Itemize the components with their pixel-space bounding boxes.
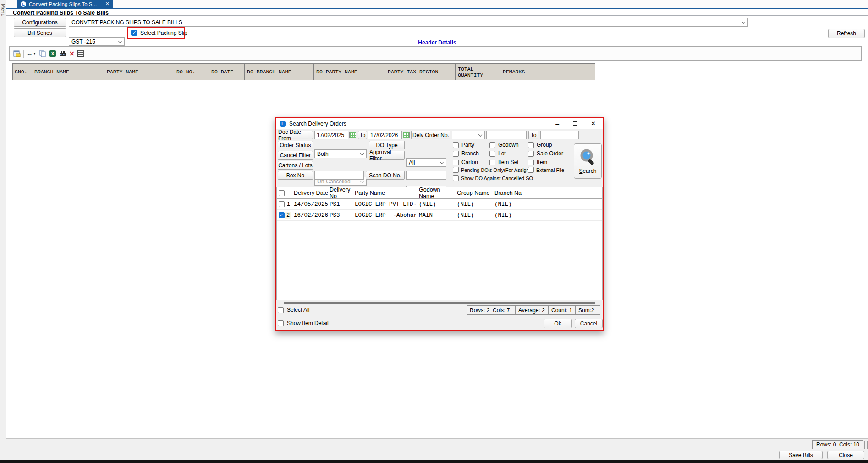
col-header-remarks[interactable]: REMARKS xyxy=(500,64,595,80)
doc-date-from-input[interactable]: 17/02/2025 xyxy=(314,131,348,139)
menu-strip[interactable]: Menu xyxy=(0,0,6,460)
col-header-do-no[interactable]: DO NO. xyxy=(174,64,209,80)
col-header-do-date[interactable]: DO DATE xyxy=(209,64,245,80)
group-checkbox[interactable] xyxy=(528,142,534,148)
grid-col-party-name[interactable]: Party Name xyxy=(355,190,419,196)
cartons-lots-label[interactable]: Cartons / Lots xyxy=(278,161,313,170)
item-checkbox[interactable] xyxy=(528,160,534,165)
box-no-label[interactable]: Box No xyxy=(278,171,313,180)
show-item-detail-checkbox[interactable] xyxy=(278,320,284,326)
box-no-input[interactable] xyxy=(314,171,364,180)
godown-checkbox-row[interactable]: Godown xyxy=(489,142,519,148)
item-set-checkbox[interactable] xyxy=(489,160,495,165)
show-cancelled-so-checkbox[interactable] xyxy=(453,175,459,181)
export-notes-icon[interactable] xyxy=(13,50,21,57)
approval-filter-label[interactable]: Approval Filter xyxy=(369,151,405,160)
show-cancelled-so-checkbox-row[interactable]: Show DO Against Cancelled SO xyxy=(453,175,533,181)
external-file-checkbox[interactable] xyxy=(528,167,534,173)
delivery-order-row[interactable]: 1 14/05/2025 PS1 LOGIC ERP PVT LTD- (NIL… xyxy=(277,199,602,210)
search-button[interactable]: Search xyxy=(574,143,602,179)
delv-order-no-from-input[interactable] xyxy=(486,131,527,139)
order-status-select[interactable]: Both xyxy=(314,149,367,158)
minimize-icon[interactable]: – xyxy=(555,121,559,126)
sale-order-checkbox[interactable] xyxy=(528,151,534,157)
item-checkbox-row[interactable]: Item xyxy=(528,159,547,165)
do-type-label[interactable]: DO Type xyxy=(369,141,405,149)
calendar-icon[interactable] xyxy=(403,132,410,138)
active-tab[interactable]: L Convert Packing Slips To S... ✕ xyxy=(17,0,113,8)
maximize-icon[interactable] xyxy=(573,121,577,126)
col-header-total-quantity[interactable]: TOTAL QUANTITY xyxy=(456,64,500,80)
col-header-do-branch-name[interactable]: DO BRANCH NAME xyxy=(245,64,314,80)
pending-do-checkbox[interactable] xyxy=(453,167,459,173)
party-checkbox[interactable] xyxy=(453,142,459,148)
delv-order-no-to-input[interactable] xyxy=(540,131,579,139)
doc-date-to-label[interactable]: To xyxy=(358,131,367,139)
hscrollbar-thumb[interactable] xyxy=(284,302,595,304)
dialog-titlebar[interactable]: L Search Delivery Orders – ✕ xyxy=(276,118,603,129)
delv-order-no-select[interactable] xyxy=(452,131,485,139)
grid-hscrollbar[interactable] xyxy=(276,301,603,305)
save-bills-button[interactable]: Save Bills xyxy=(779,451,823,459)
dialog-close-icon[interactable]: ✕ xyxy=(591,120,596,127)
bill-series-label[interactable]: Bill Series xyxy=(14,28,66,37)
scan-do-no-label[interactable]: Scan DO No. xyxy=(366,171,405,180)
grid-col-group-name[interactable]: Group Name xyxy=(457,190,494,196)
col-header-party-name[interactable]: PARTY NAME xyxy=(104,64,174,80)
doc-date-from-label[interactable]: Doc Date From xyxy=(278,131,313,139)
show-item-detail-row[interactable]: Show Item Detail xyxy=(278,320,329,326)
external-file-checkbox-row[interactable]: External File xyxy=(528,167,564,173)
select-all-header-checkbox[interactable] xyxy=(279,190,285,196)
scan-do-no-input[interactable] xyxy=(406,171,446,180)
group-checkbox-row[interactable]: Group xyxy=(528,142,552,148)
close-button[interactable]: Close xyxy=(827,451,864,459)
carton-checkbox-row[interactable]: Carton xyxy=(453,159,478,165)
delv-order-to-label[interactable]: To xyxy=(528,131,538,139)
configurations-button[interactable]: Configurations xyxy=(14,18,66,27)
do-type-select[interactable]: All xyxy=(406,158,446,167)
find-binoculars-icon[interactable] xyxy=(59,50,66,57)
copy-icon[interactable] xyxy=(39,50,46,57)
col-header-sno[interactable]: SNO. xyxy=(13,64,32,80)
grid-view-icon[interactable] xyxy=(77,50,84,57)
refresh-button[interactable]: Refresh xyxy=(828,29,865,38)
tab-close-icon[interactable]: ✕ xyxy=(105,1,110,7)
delivery-order-row-selected[interactable]: 2 16/02/2026 PS3 LOGIC ERP-Abohar MAIN (… xyxy=(277,210,602,221)
col-header-branch-name[interactable]: BRANCH NAME xyxy=(32,64,104,80)
grid-col-delivery-date[interactable]: Delivery Date xyxy=(291,190,330,196)
godown-checkbox[interactable] xyxy=(489,142,495,148)
excel-export-icon[interactable]: X xyxy=(49,50,56,57)
grid-col-delivery-no[interactable]: Delivery No xyxy=(330,187,355,199)
cancel-filter-label[interactable]: Cancel Filter xyxy=(278,151,313,160)
magnifier-icon xyxy=(579,148,597,166)
select-all-row[interactable]: Select All xyxy=(278,307,309,313)
ok-button[interactable]: Ok xyxy=(544,319,572,328)
row-select-checkbox[interactable] xyxy=(279,212,285,218)
item-set-checkbox-row[interactable]: Item Set xyxy=(489,159,519,165)
sale-order-checkbox-row[interactable]: Sale Order xyxy=(528,150,563,157)
configurations-select[interactable]: CONVERT PACKING SLIPS TO SALE BILLS xyxy=(69,18,748,27)
party-checkbox-row[interactable]: Party xyxy=(453,142,474,148)
branch-checkbox-row[interactable]: Branch xyxy=(453,150,479,157)
grid-col-godown-name[interactable]: Godown Name xyxy=(419,187,457,199)
header-details-title: Header Details xyxy=(418,39,456,46)
resize-grip[interactable] xyxy=(864,441,868,449)
col-header-party-tax-region[interactable]: PARTY TAX REGION xyxy=(385,64,456,80)
doc-date-to-input[interactable]: 17/02/2026 xyxy=(368,131,402,139)
carton-checkbox[interactable] xyxy=(453,160,459,165)
row-select-checkbox[interactable] xyxy=(279,201,285,207)
cancel-button[interactable]: Cancel xyxy=(575,319,603,328)
lot-checkbox[interactable] xyxy=(489,151,495,157)
calendar-icon[interactable] xyxy=(349,132,356,138)
delv-order-no-label[interactable]: Delv Order No. xyxy=(411,131,450,139)
lot-checkbox-row[interactable]: Lot xyxy=(489,150,506,157)
order-status-label[interactable]: Order Status xyxy=(278,141,313,149)
column-width-icon[interactable]: ↔▼ xyxy=(27,50,36,57)
grid-col-branch-name[interactable]: Branch Na xyxy=(494,190,601,196)
select-packing-slip-checkbox[interactable] xyxy=(131,30,137,36)
pending-do-checkbox-row[interactable]: Pending DO's Only(For Assign) xyxy=(453,167,531,173)
select-all-checkbox[interactable] xyxy=(278,307,284,313)
col-header-do-party-name[interactable]: DO PARTY NAME xyxy=(314,64,385,80)
delete-icon[interactable]: ✕ xyxy=(69,50,75,57)
branch-checkbox[interactable] xyxy=(453,151,459,157)
